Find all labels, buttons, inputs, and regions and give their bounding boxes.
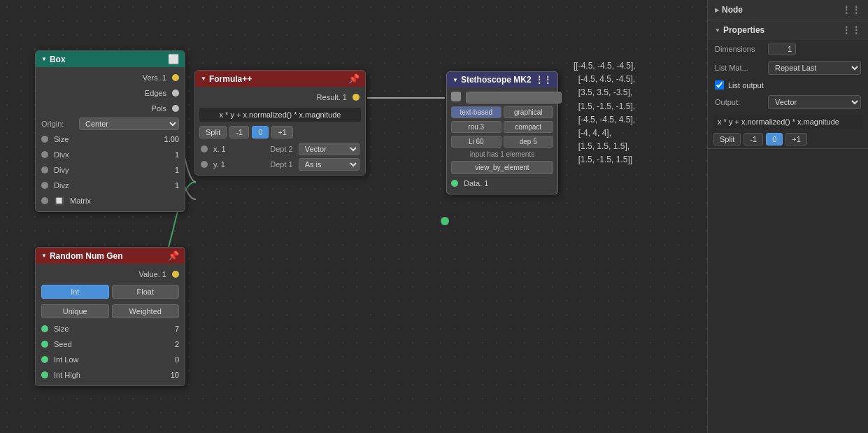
panel-plus1-btn[interactable]: +1 [785, 133, 807, 145]
box-node: ▼ Box ⬜ Vers. 1 Edges Pols Origin: [35, 50, 185, 212]
random-weighted-btn[interactable]: Weighted [112, 304, 180, 318]
steth-view-btn[interactable]: view_by_element [451, 161, 553, 174]
box-divx-socket [41, 151, 48, 158]
panel-node-menu[interactable]: ⋮⋮ [841, 4, 861, 15]
formula-node-icon: 📌 [348, 73, 360, 84]
props-section-expand[interactable]: ▼ [715, 27, 720, 34]
box-size-row: Size 1.00 [36, 132, 185, 147]
formula-0-btn[interactable]: 0 [252, 126, 269, 139]
box-divy-socket [41, 166, 48, 173]
box-divz-socket [41, 182, 48, 189]
box-edges-socket [172, 90, 179, 97]
random-value-label: Value. 1 [41, 270, 166, 278]
formula-collapse-icon[interactable]: ▼ [201, 76, 206, 82]
panel-0-btn[interactable]: 0 [766, 133, 783, 145]
box-node-header: ▼ Box ⬜ [36, 51, 185, 67]
random-unique-btn[interactable]: Unique [41, 304, 109, 318]
box-matrix-label: Matrix [70, 197, 179, 205]
box-matrix-socket [41, 197, 48, 204]
steth-graphical-btn[interactable]: graphical [504, 106, 554, 118]
formula-node: ▼ Formula++ 📌 Result. 1 x * y + x.normal… [194, 70, 366, 176]
box-vers-socket [172, 74, 179, 81]
random-node: ▼ Random Num Gen 📌 Value. 1 Int Float Un… [35, 247, 185, 386]
steth-compact-btn[interactable]: compact [504, 121, 554, 133]
random-dist-toggle: Unique Weighted [36, 301, 185, 321]
steth-data-label: Data. 1 [464, 179, 553, 187]
box-divz-row: Divz 1 [36, 178, 185, 193]
formula-minus1-btn[interactable]: -1 [229, 126, 249, 139]
panel-node-header: ▶ Node ⋮⋮ [708, 0, 868, 20]
random-int-btn[interactable]: Int [41, 285, 109, 299]
panel-split-btn[interactable]: Split [713, 133, 741, 145]
random-inthigh-value: 10 [118, 371, 180, 379]
panel-node-title: Node [722, 5, 743, 15]
steth-menu-icon[interactable]: ⋮⋮ [535, 75, 552, 85]
box-pols-label: Pols [41, 104, 166, 113]
formula-x1-type[interactable]: Vector [299, 143, 360, 155]
panel-node-section: ▶ Node ⋮⋮ [708, 0, 868, 20]
formula-plus1-btn[interactable]: +1 [271, 126, 293, 139]
box-edges-row: Edges [36, 85, 185, 101]
panel-expression[interactable]: x * y + x.normalized() * x.magnitude [713, 115, 862, 129]
box-collapse-icon[interactable]: ▼ [41, 56, 47, 62]
box-origin-dropdown[interactable]: Center [79, 118, 179, 130]
random-inthigh-label: Int High [54, 371, 115, 379]
random-seed-value: 2 [118, 340, 180, 348]
box-node-body: Vers. 1 Edges Pols Origin: Center [36, 67, 185, 211]
random-float-btn[interactable]: Float [112, 285, 180, 299]
panel-output-dropdown[interactable]: Vector [768, 95, 861, 109]
panel-listoutput-label: List output [728, 81, 764, 90]
random-seed-label: Seed [54, 340, 115, 348]
box-matrix-icon: 🔲 [54, 196, 64, 206]
random-inthigh-row: Int High 10 [36, 367, 185, 383]
box-size-label: Size [54, 135, 115, 143]
panel-props-title: Properties [723, 25, 764, 35]
random-node-icon: 📌 [168, 250, 179, 261]
formula-x1-label: x. 1 [213, 145, 267, 153]
node-section-expand[interactable]: ▶ [715, 7, 719, 13]
steth-textbased-btn[interactable]: text-based [451, 106, 501, 118]
formula-x1-row: x. 1 Dept 2 Vector [195, 141, 365, 157]
formula-expression[interactable]: x * y + x.normalized() * x.magnitude [199, 108, 361, 122]
box-divy-row: Divy 1 [36, 162, 185, 178]
canvas-area: ▼ Box ⬜ Vers. 1 Edges Pols Origin: [0, 0, 707, 433]
formula-buttons: Split -1 0 +1 [195, 125, 365, 140]
random-size-value: 7 [118, 325, 180, 333]
random-seed-row: Seed 2 [36, 336, 185, 352]
formula-y1-socket [201, 161, 208, 168]
steth-collapse-icon[interactable]: ▼ [453, 77, 458, 83]
panel-props-menu[interactable]: ⋮⋮ [841, 24, 861, 36]
panel-listoutput-checkbox[interactable] [715, 80, 724, 90]
random-node-title: Random Num Gen [50, 251, 123, 261]
random-type-toggle: Int Float [36, 282, 185, 301]
box-edges-label: Edges [41, 89, 166, 97]
panel-listoutput-row: List output [708, 78, 868, 92]
formula-result-label: Result. 1 [201, 93, 347, 101]
steth-text-input[interactable] [466, 92, 562, 104]
box-node-icon: ⬜ [168, 54, 179, 64]
panel-listmat-dropdown[interactable]: Repeat Last [768, 61, 861, 75]
formula-split-btn[interactable]: Split [199, 126, 227, 139]
box-divx-row: Divx 1 [36, 147, 185, 162]
box-node-title: Box [50, 55, 66, 64]
formula-y1-type[interactable]: As is [299, 158, 360, 171]
random-seed-socket [41, 341, 48, 348]
formula-node-header: ▼ Formula++ 📌 [195, 71, 365, 87]
box-size-socket [41, 136, 48, 143]
panel-dimensions-input[interactable] [768, 43, 796, 55]
box-vers-row: Vers. 1 [36, 70, 185, 85]
stethoscope-header: ▼ Stethoscope MK2 ⋮⋮ [447, 72, 557, 87]
steth-rou-btn[interactable]: rou 3 [451, 121, 501, 133]
random-collapse-icon[interactable]: ▼ [41, 253, 47, 259]
data-display: [[-4.5, -4.5, -4.5], [-4.5, 4.5, -4.5], … [574, 59, 636, 167]
steth-body: text-based graphical rou 3 compact Li 60… [447, 87, 557, 194]
steth-li-btn[interactable]: Li 60 [451, 136, 501, 148]
box-divy-label: Divy [54, 166, 115, 174]
steth-dep-btn[interactable]: dep 5 [504, 136, 554, 148]
panel-props-header: ▼ Properties ⋮⋮ [708, 20, 868, 40]
box-size-value: 1.00 [118, 135, 180, 143]
panel-minus1-btn[interactable]: -1 [744, 133, 763, 145]
steth-input-socket [451, 92, 461, 101]
box-divy-value: 1 [118, 166, 180, 174]
stethoscope-node: ▼ Stethoscope MK2 ⋮⋮ text-based graphica… [446, 71, 558, 194]
